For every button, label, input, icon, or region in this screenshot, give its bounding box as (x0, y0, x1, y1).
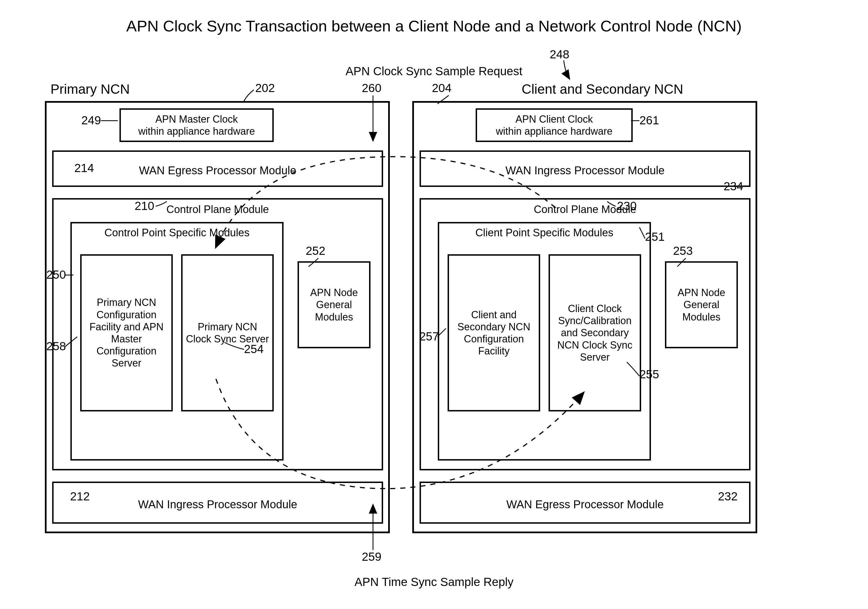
control-plane-left-label: Control Plane Module (54, 202, 382, 217)
client-point-specific: Client Point Specific Modules Client and… (438, 222, 651, 461)
apn-master-clock: APN Master Clock within appliance hardwa… (119, 108, 274, 142)
client-ncn-box: APN Client Clock within appliance hardwa… (412, 101, 757, 533)
ref-261: 261 (639, 113, 659, 127)
ref-260: 260 (362, 81, 381, 95)
ref-257: 257 (419, 330, 439, 343)
primary-ncn-clock-sync: Primary NCN Clock Sync Server (181, 254, 274, 412)
ref-259: 259 (362, 550, 381, 564)
apn-node-general-right: APN Node General Modules (665, 261, 738, 348)
ref-234: 234 (724, 180, 743, 193)
ref-251: 251 (645, 230, 665, 244)
ref-232: 232 (718, 490, 738, 503)
ref-214: 214 (74, 162, 94, 175)
client-clock-sync: Client Clock Sync/Calibration and Second… (549, 254, 641, 412)
ref-254: 254 (244, 342, 264, 356)
left-header: Primary NCN (51, 81, 130, 97)
control-point-specific-left: Control Point Specific Modules Primary N… (70, 222, 284, 461)
ref-252: 252 (306, 244, 326, 258)
top-flow-label: APN Clock Sync Sample Request (0, 65, 868, 78)
control-plane-right: Control Plane Module Client Point Specif… (420, 198, 750, 470)
wan-ingress-right-label: WAN Ingress Processor Module (421, 163, 749, 178)
ref-248: 248 (550, 48, 569, 61)
primary-ncn-config: Primary NCN Configuration Facility and A… (80, 254, 173, 412)
ref-255: 255 (639, 368, 659, 381)
ref-249: 249 (81, 113, 101, 127)
apn-client-clock: APN Client Clock within appliance hardwa… (476, 108, 633, 142)
wan-ingress-left: WAN Ingress Processor Module (52, 482, 383, 524)
control-plane-right-label: Control Plane Module (421, 202, 749, 217)
wan-egress-left: WAN Egress Processor Module (52, 151, 383, 187)
right-header: Client and Secondary NCN (522, 81, 683, 97)
ref-258: 258 (46, 340, 66, 353)
ref-253: 253 (673, 244, 693, 258)
ref-212: 212 (70, 490, 90, 503)
ref-250: 250 (46, 268, 66, 281)
wan-egress-right: WAN Egress Processor Module (420, 482, 750, 524)
wan-egress-right-label: WAN Egress Processor Module (421, 497, 749, 512)
client-ncn-config: Client and Secondary NCN Configuration F… (448, 254, 540, 412)
bottom-flow-label: APN Time Sync Sample Reply (0, 575, 868, 589)
ref-210: 210 (135, 199, 154, 213)
wan-egress-left-label: WAN Egress Processor Module (54, 163, 382, 178)
control-point-specific-left-label: Control Point Specific Modules (72, 226, 282, 240)
client-point-specific-label: Client Point Specific Modules (439, 226, 649, 240)
ref-230: 230 (617, 199, 637, 213)
diagram-title: APN Clock Sync Transaction between a Cli… (0, 17, 868, 35)
wan-ingress-left-label: WAN Ingress Processor Module (54, 497, 382, 512)
apn-node-general-left: APN Node General Modules (298, 261, 370, 348)
ref-202: 202 (255, 81, 275, 95)
ref-204: 204 (432, 81, 451, 95)
control-plane-left: Control Plane Module Control Point Speci… (52, 198, 383, 470)
wan-ingress-right: WAN Ingress Processor Module (420, 151, 750, 187)
primary-ncn-box: APN Master Clock within appliance hardwa… (45, 101, 390, 533)
